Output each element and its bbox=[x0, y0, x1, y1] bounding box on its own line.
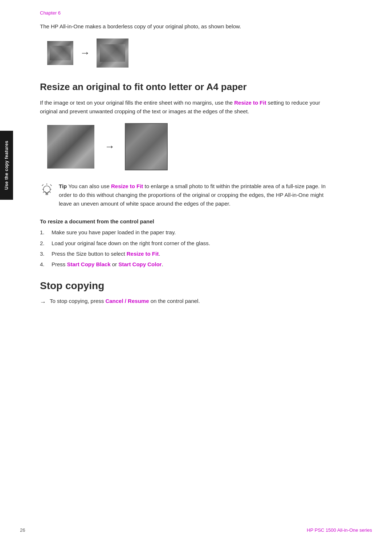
footer-page-number: 26 bbox=[20, 527, 25, 533]
step-3: 3. Press the Size button to select Resiz… bbox=[40, 250, 359, 258]
footer: 26 HP PSC 1500 All-in-One series bbox=[0, 527, 392, 533]
step-4-highlight2: Start Copy Color bbox=[118, 261, 162, 267]
resize-body-para: If the image or text on your original fi… bbox=[40, 98, 338, 116]
tip-text-before: You can also use bbox=[68, 183, 111, 189]
svg-line-0 bbox=[42, 185, 44, 186]
stop-cancel-highlight: Cancel / Resume bbox=[105, 298, 149, 304]
resize-to-fit-highlight1: Resize to Fit bbox=[234, 100, 266, 106]
resize-body-text1: If the image or text on your original fi… bbox=[40, 100, 233, 106]
stop-text-after: on the control panel. bbox=[151, 298, 200, 304]
svg-point-3 bbox=[43, 186, 50, 193]
original-photo-small bbox=[47, 41, 73, 65]
step-3-num: 3. bbox=[40, 250, 48, 258]
step-4-num: 4. bbox=[40, 260, 48, 268]
tip-label: Tip bbox=[59, 183, 67, 189]
step-4-highlight1: Start Copy Black bbox=[67, 261, 111, 267]
steps-heading: To resize a document from the control pa… bbox=[40, 218, 359, 224]
step-3-highlight: Resize to Fit bbox=[127, 251, 159, 257]
tip-resize-highlight: Resize to Fit bbox=[111, 183, 143, 189]
lightbulb-svg bbox=[40, 183, 53, 198]
steps-list: 1. Make sure you have paper loaded in th… bbox=[40, 228, 359, 268]
tip-icon bbox=[40, 183, 54, 199]
step-4: 4. Press Start Copy Black or Start Copy … bbox=[40, 260, 359, 268]
stop-text-before: To stop copying, press bbox=[50, 298, 104, 304]
svg-line-8 bbox=[43, 192, 44, 193]
step-1: 1. Make sure you have paper loaded in th… bbox=[40, 228, 359, 236]
step-3-text: Press the Size button to select Resize t… bbox=[52, 250, 160, 258]
resize-result-photo bbox=[125, 123, 168, 170]
side-tab-label: Use the copy features bbox=[4, 141, 9, 190]
resize-diagram: → bbox=[47, 123, 359, 170]
step-1-num: 1. bbox=[40, 228, 48, 236]
chapter-label: Chapter 6 bbox=[40, 10, 359, 16]
resize-arrow-icon: → bbox=[105, 141, 115, 153]
svg-line-1 bbox=[50, 185, 52, 186]
svg-line-9 bbox=[50, 192, 51, 193]
stop-bullet-arrow: → bbox=[40, 297, 46, 307]
arrow-icon: → bbox=[80, 47, 90, 59]
stop-copying-text: To stop copying, press Cancel / Resume o… bbox=[50, 297, 200, 305]
step-1-text: Make sure you have paper loaded in the p… bbox=[52, 228, 176, 236]
borderless-copy-diagram: → bbox=[47, 39, 359, 68]
step-2-num: 2. bbox=[40, 239, 48, 247]
resize-section-heading: Resize an original to fit onto letter or… bbox=[40, 81, 359, 93]
step-4-text: Press Start Copy Black or Start Copy Col… bbox=[52, 260, 163, 268]
side-tab: Use the copy features bbox=[0, 131, 13, 200]
footer-product: HP PSC 1500 All-in-One series bbox=[307, 527, 372, 533]
step-2-text: Load your original face down on the righ… bbox=[52, 239, 210, 247]
resize-original-photo bbox=[47, 125, 94, 169]
stop-copying-bullet: → To stop copying, press Cancel / Resume… bbox=[40, 297, 359, 307]
intro-text: The HP All-in-One makes a borderless cop… bbox=[40, 22, 294, 31]
copy-photo-small bbox=[97, 39, 128, 68]
tip-text-block: Tip You can also use Resize to Fit to en… bbox=[59, 182, 338, 208]
tip-container: Tip You can also use Resize to Fit to en… bbox=[40, 182, 338, 208]
page-container: Use the copy features Chapter 6 The HP A… bbox=[0, 0, 392, 543]
stop-copying-heading: Stop copying bbox=[40, 280, 359, 292]
step-2: 2. Load your original face down on the r… bbox=[40, 239, 359, 247]
